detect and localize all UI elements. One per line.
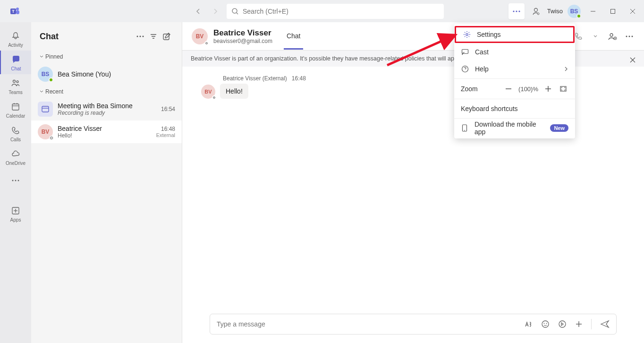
new-badge: New [550, 124, 568, 132]
emoji-icon[interactable] [541, 320, 550, 328]
gear-icon [463, 30, 471, 39]
rail-calendar[interactable]: Calendar [0, 98, 31, 121]
nav-forward-icon[interactable] [209, 5, 222, 18]
chat-row-subtitle: Recording is ready [58, 110, 156, 116]
svg-point-4 [232, 9, 237, 13]
window-maximize-button[interactable] [605, 5, 620, 18]
svg-point-28 [140, 36, 141, 37]
bell-icon [10, 30, 21, 42]
zoom-out-button[interactable] [503, 84, 514, 94]
chat-row-title: Beatrice Visser [58, 125, 152, 132]
teams-logo: T [4, 6, 26, 17]
caret-down-icon [40, 90, 43, 94]
phone-icon [10, 125, 21, 136]
svg-point-7 [516, 10, 517, 12]
apps-icon [10, 205, 21, 216]
user-avatar[interactable]: BS [568, 5, 581, 18]
menu-item-zoom: Zoom (100)% [454, 80, 575, 98]
more-menu-dropdown: Settings Cast Help Zoom (100)% Keyboard … [454, 24, 575, 138]
cast-icon [461, 48, 469, 56]
notice-close-button[interactable] [627, 54, 638, 66]
svg-point-46 [544, 323, 545, 324]
search-input[interactable] [243, 8, 439, 15]
svg-rect-17 [12, 104, 19, 110]
chat-row-meeting[interactable]: Meeting with Bea Simone Recording is rea… [31, 98, 182, 120]
meeting-avatar-icon [38, 102, 53, 117]
compose-box[interactable] [210, 314, 617, 334]
menu-item-settings[interactable]: Settings [455, 26, 575, 43]
svg-point-8 [518, 10, 520, 12]
plus-icon[interactable] [575, 320, 583, 328]
svg-rect-12 [611, 9, 615, 13]
rail-chat[interactable]: Chat [0, 51, 31, 74]
chat-more-icon[interactable] [134, 30, 147, 43]
chat-header-more-icon[interactable] [624, 31, 635, 42]
chat-row-title: Meeting with Bea Simone [58, 102, 156, 110]
nav-back-icon[interactable] [192, 5, 205, 18]
svg-text:T: T [12, 9, 15, 14]
menu-item-download-mobile[interactable]: Download the mobile app New [454, 120, 575, 137]
user-name-label: Twiso [547, 8, 563, 15]
chat-row-beatrice[interactable]: BV Beatrice Visser Hello! 16:48 External [31, 120, 182, 143]
svg-rect-34 [42, 106, 49, 112]
fullscreen-icon[interactable] [558, 84, 568, 94]
svg-point-48 [559, 321, 566, 327]
search-box[interactable] [227, 4, 444, 19]
menu-item-help[interactable]: Help [454, 60, 575, 77]
svg-point-6 [513, 10, 514, 12]
chat-row-pinned[interactable]: BS Bea Simone (You) [31, 63, 182, 86]
chat-header-avatar: BV [192, 28, 208, 44]
svg-point-15 [13, 80, 16, 82]
svg-point-47 [546, 323, 547, 324]
recent-section-header[interactable]: Recent [31, 86, 182, 98]
svg-point-27 [137, 36, 138, 37]
rail-apps[interactable]: Apps [0, 202, 31, 225]
menu-item-keyboard-shortcuts[interactable]: Keyboard shortcuts [454, 100, 575, 117]
chat-header-name: Beatrice Visser [213, 28, 272, 38]
rail-activity[interactable]: Activity [0, 27, 31, 51]
rail-calls[interactable]: Calls [0, 121, 31, 145]
add-people-button[interactable] [607, 31, 618, 42]
filter-icon[interactable] [147, 30, 160, 43]
call-chevron-icon[interactable] [590, 31, 601, 42]
rail-onedrive[interactable]: OneDrive [0, 145, 31, 169]
format-icon[interactable] [524, 320, 533, 328]
compose-input[interactable] [217, 320, 524, 328]
zoom-in-button[interactable] [543, 84, 553, 94]
chat-row-time: 16:48 [161, 126, 175, 132]
svg-point-10 [537, 13, 539, 15]
people-icon[interactable] [529, 5, 542, 18]
message-avatar: BV [201, 85, 215, 99]
svg-point-45 [542, 321, 549, 327]
help-icon [461, 65, 469, 73]
svg-point-22 [15, 180, 17, 181]
svg-point-21 [12, 180, 14, 181]
svg-point-23 [18, 180, 19, 181]
chat-row-subtitle: Hello! [58, 132, 152, 139]
chat-panel-title: Chat [40, 32, 134, 42]
chevron-right-icon [564, 67, 568, 71]
more-options-button[interactable] [508, 3, 525, 19]
search-icon [231, 8, 239, 15]
app-rail: Activity Chat Teams Calendar Calls OneDr… [0, 22, 31, 343]
rail-more[interactable] [0, 169, 31, 192]
window-close-button[interactable] [625, 5, 640, 18]
window-minimize-button[interactable] [585, 5, 601, 18]
rail-teams[interactable]: Teams [0, 74, 31, 98]
pinned-section-header[interactable]: Pinned [31, 51, 182, 63]
menu-item-cast[interactable]: Cast [454, 43, 575, 60]
tab-chat[interactable]: Chat [284, 23, 304, 50]
presence-offline-icon [49, 136, 54, 140]
svg-point-42 [632, 35, 633, 37]
chat-row-title: Bea Simone (You) [58, 70, 175, 78]
calendar-icon [10, 101, 21, 112]
compose-icon[interactable] [160, 30, 173, 43]
presence-offline-icon [212, 95, 216, 100]
titlebar: T Twiso BS [0, 0, 644, 22]
compose-area [182, 307, 644, 343]
gif-icon[interactable] [558, 320, 567, 328]
chat-list-panel: Chat Pinned BS Bea Simone (You) Recent M… [31, 22, 182, 343]
avatar: BV [38, 124, 53, 139]
send-button[interactable] [600, 319, 610, 329]
presence-available-icon [49, 77, 53, 82]
